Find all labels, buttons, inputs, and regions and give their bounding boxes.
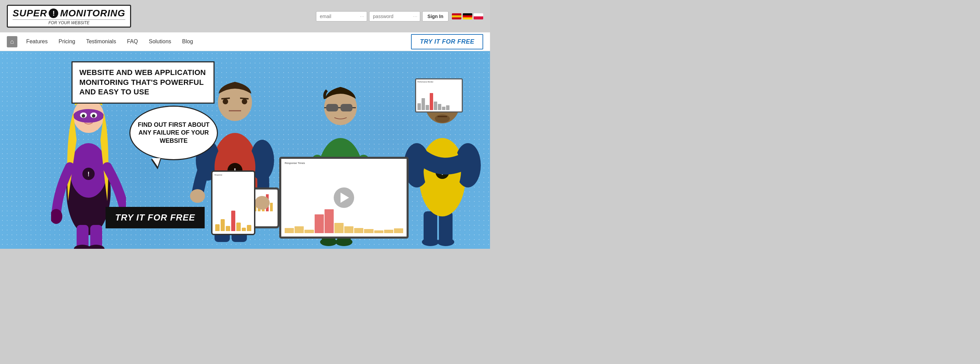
hero-section: WEBSITE AND WEB APPLICATION MONITORING T…: [0, 51, 490, 249]
nav-bar: ⌂ Features Pricing Testimonials FAQ Solu…: [0, 32, 490, 51]
flag-german[interactable]: [463, 13, 472, 19]
password-dots-icon: ···: [413, 14, 417, 19]
login-form: ··· ··· Sign In: [316, 11, 449, 21]
tablet-device: Response: [211, 171, 255, 235]
nav-blog-link[interactable]: Blog: [177, 38, 199, 45]
sign-in-button[interactable]: Sign In: [422, 11, 449, 21]
monitor-label: Response Times: [285, 161, 305, 164]
speech-bubble-text: FIND OUT FIRST ABOUT ANY FAILURE OF YOUR…: [130, 118, 217, 148]
video-play-button[interactable]: [334, 187, 354, 208]
monitor-chart: [285, 206, 403, 233]
logo-tagline: FOR YOUR WEBSITE: [13, 19, 125, 25]
password-wrapper: ···: [369, 11, 420, 21]
logo-area: SUPER ! MONITORING FOR YOUR WEBSITE: [7, 5, 131, 28]
hero-headline-box: WEBSITE AND WEB APPLICATION MONITORING T…: [72, 61, 215, 104]
small-device: Performance Monitor: [415, 78, 463, 112]
home-icon: ⌂: [10, 38, 14, 45]
nav-faq-link[interactable]: FAQ: [122, 38, 143, 45]
tablet-chart: [214, 205, 253, 232]
hero-headline-text: WEBSITE AND WEB APPLICATION MONITORING T…: [80, 68, 207, 97]
flag-polish[interactable]: [474, 13, 483, 19]
logo: SUPER ! MONITORING FOR YOUR WEBSITE: [7, 5, 131, 28]
logo-exclaim-icon: !: [49, 8, 58, 18]
language-flags: [452, 13, 483, 19]
nav-features-link[interactable]: Features: [21, 38, 53, 45]
password-input[interactable]: [369, 11, 420, 21]
try-free-nav-button[interactable]: TRY IT FOR FREE: [411, 34, 483, 49]
monitor-screen: Response Times: [281, 159, 407, 236]
small-device-content: Performance Monitor: [416, 80, 462, 112]
tablet-screen: Response: [213, 172, 254, 234]
nav-pricing-link[interactable]: Pricing: [53, 38, 81, 45]
nav-testimonials-link[interactable]: Testimonials: [81, 38, 122, 45]
nav-solutions-link[interactable]: Solutions: [143, 38, 177, 45]
hero-cta-button[interactable]: TRY IT FOR FREE: [105, 207, 205, 228]
logo-monitoring-text: MONITORING: [60, 8, 125, 19]
logo-super-text: SUPER: [13, 8, 47, 19]
flag-spanish[interactable]: [452, 13, 461, 19]
speech-bubble: FIND OUT FIRST ABOUT ANY FAILURE OF YOUR…: [129, 105, 218, 160]
email-dots-icon: ···: [360, 14, 364, 19]
nav-links: ⌂ Features Pricing Testimonials FAQ Solu…: [7, 36, 199, 47]
header: SUPER ! MONITORING FOR YOUR WEBSITE ··· …: [0, 0, 490, 32]
header-right: ··· ··· Sign In: [316, 11, 483, 21]
email-wrapper: ···: [316, 11, 367, 21]
play-icon: [340, 193, 349, 203]
nav-home-link[interactable]: ⌂: [7, 36, 18, 47]
monitor-device: Response Times: [279, 157, 409, 239]
email-input[interactable]: [316, 11, 367, 21]
